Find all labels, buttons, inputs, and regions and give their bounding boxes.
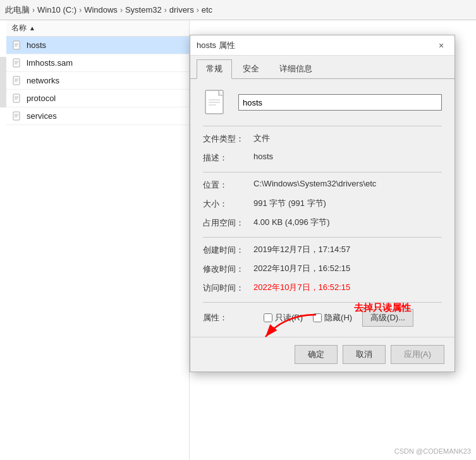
prop-row-modified: 修改时间： 2022年10月7日，16:52:15: [203, 263, 442, 277]
prop-label-created: 创建时间：: [203, 244, 253, 256]
dialog-title: hosts 属性: [197, 40, 235, 51]
readonly-checkbox-label[interactable]: 只读(R): [264, 312, 303, 324]
attributes-label: 属性：: [203, 312, 253, 324]
dialog-tabs: 常规 安全 详细信息: [190, 56, 455, 79]
hidden-label: 隐藏(H): [324, 312, 352, 324]
tab-details[interactable]: 详细信息: [270, 59, 322, 78]
separator-2: [203, 172, 442, 172]
prop-row-access: 访问时间： 2022年10月7日，16:52:15: [203, 282, 442, 296]
prop-row-location: 位置： C:\Windows\System32\drivers\etc: [203, 179, 442, 193]
cancel-button[interactable]: 取消: [343, 345, 386, 364]
prop-value-modified: 2022年10月7日，16:52:15: [253, 263, 442, 274]
watermark: CSDN @CODEMANK23: [394, 447, 471, 455]
prop-value-disksize: 4.00 KB (4,096 字节): [253, 217, 442, 228]
file-name-input[interactable]: [238, 94, 442, 111]
prop-row-desc: 描述： hosts: [203, 152, 442, 166]
prop-row-disksize: 占用空间： 4.00 KB (4,096 字节): [203, 217, 442, 231]
prop-row-filetype: 文件类型： 文件: [203, 133, 442, 147]
prop-label-desc: 描述：: [203, 152, 253, 164]
prop-row-created: 创建时间： 2019年12月7日，17:14:57: [203, 244, 442, 258]
prop-value-size: 991 字节 (991 字节): [253, 198, 442, 209]
readonly-checkbox[interactable]: [264, 313, 272, 322]
prop-label-filetype: 文件类型：: [203, 133, 253, 145]
prop-value-filetype: 文件: [253, 133, 442, 144]
separator-4: [203, 302, 442, 303]
checkboxes-area: 只读(R) 隐藏(H) 高级(D)...: [264, 309, 442, 327]
prop-row-size: 大小： 991 字节 (991 字节): [203, 198, 442, 212]
close-button[interactable]: ×: [434, 39, 448, 52]
dialog-overlay: hosts 属性 × 常规 安全 详细信息: [0, 0, 476, 460]
separator-1: [203, 126, 442, 126]
prop-label-location: 位置：: [203, 179, 253, 191]
ok-button[interactable]: 确定: [295, 345, 338, 364]
attributes-section: 属性： 只读(R) 隐藏(H) 高级(D)...: [203, 309, 442, 327]
prop-label-modified: 修改时间：: [203, 263, 253, 275]
dialog-titlebar: hosts 属性 ×: [190, 35, 455, 56]
apply-button[interactable]: 应用(A): [391, 345, 444, 364]
dialog-footer: 确定 取消 应用(A): [190, 337, 455, 372]
properties-dialog: hosts 属性 × 常规 安全 详细信息: [190, 35, 455, 372]
prop-label-size: 大小：: [203, 198, 253, 210]
dialog-content: 文件类型： 文件 描述： hosts 位置： C:\Windows\System…: [190, 79, 455, 337]
prop-value-created: 2019年12月7日，17:14:57: [253, 244, 442, 255]
tab-general[interactable]: 常规: [197, 59, 232, 79]
prop-label-access: 访问时间：: [203, 282, 253, 294]
prop-value-desc: hosts: [253, 152, 442, 161]
advanced-button[interactable]: 高级(D)...: [362, 309, 413, 327]
hidden-checkbox-label[interactable]: 隐藏(H): [313, 312, 352, 324]
separator-3: [203, 237, 442, 238]
big-file-icon: [203, 89, 229, 116]
prop-label-disksize: 占用空间：: [203, 217, 253, 229]
explorer-background: 此电脑 › Win10 (C:) › Windows › System32 › …: [0, 0, 476, 460]
hidden-checkbox[interactable]: [313, 313, 322, 322]
prop-value-access: 2022年10月7日，16:52:15: [253, 282, 442, 293]
file-name-section: [203, 89, 442, 116]
readonly-label: 只读(R): [275, 312, 303, 324]
tab-security[interactable]: 安全: [233, 59, 269, 78]
prop-value-location: C:\Windows\System32\drivers\etc: [253, 179, 442, 188]
